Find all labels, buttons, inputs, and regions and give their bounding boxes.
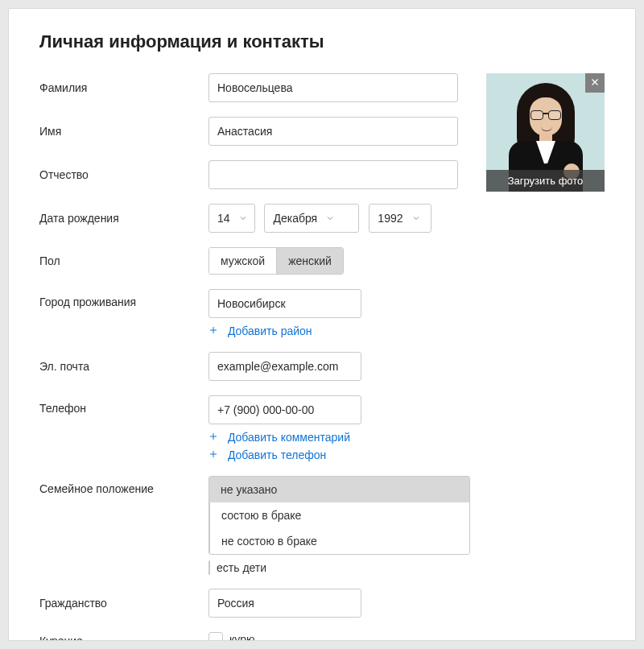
profile-photo[interactable]: Загрузить фото	[486, 73, 605, 192]
birth-day-value: 14	[217, 212, 230, 225]
plus-icon	[208, 432, 220, 441]
has-children-label: есть дети	[217, 561, 266, 574]
marital-option-married[interactable]: состою в браке	[209, 502, 469, 528]
email-label: Эл. почта	[39, 360, 208, 373]
checkbox-box	[208, 632, 223, 641]
gender-option-female[interactable]: женский	[276, 248, 343, 274]
chevron-down-icon	[411, 213, 421, 223]
birth-month-value: Декабря	[273, 212, 317, 225]
personal-info-panel: Личная информация и контакты Фамилия Имя	[8, 8, 636, 641]
citizenship-input[interactable]	[208, 589, 361, 618]
birth-day-select[interactable]: 14	[208, 204, 255, 233]
gender-segmented: мужской женский	[208, 247, 344, 275]
phone-label: Телефон	[39, 395, 208, 415]
add-phone-text: Добавить телефон	[228, 449, 326, 461]
smoking-checkbox[interactable]: курю	[208, 632, 254, 641]
patronymic-input[interactable]	[208, 160, 458, 189]
checkbox-box	[208, 560, 210, 575]
add-comment-text: Добавить комментарий	[228, 431, 350, 444]
email-input[interactable]	[208, 352, 361, 381]
smoking-checkbox-label: курю	[229, 633, 254, 641]
photo-remove-button[interactable]	[585, 73, 605, 93]
panel-title: Личная информация и контакты	[39, 31, 605, 52]
marital-label: Семейное положение	[39, 476, 208, 495]
birth-month-select[interactable]: Декабря	[264, 204, 359, 233]
birthdate-label: Дата рождения	[39, 212, 208, 225]
add-district-text: Добавить район	[228, 324, 312, 337]
add-district-link[interactable]: Добавить район	[208, 324, 470, 337]
firstname-input[interactable]	[208, 117, 458, 146]
birth-year-select[interactable]: 1992	[369, 204, 431, 233]
firstname-label: Имя	[39, 125, 208, 138]
gender-option-male[interactable]: мужской	[209, 248, 276, 274]
gender-label: Пол	[39, 254, 208, 267]
city-label: Город проживания	[39, 289, 208, 308]
patronymic-label: Отчество	[39, 168, 208, 181]
city-input[interactable]	[208, 289, 361, 318]
chevron-down-icon	[325, 213, 335, 223]
form-column: Фамилия Имя Отчество	[39, 73, 470, 641]
add-phone-link[interactable]: Добавить телефон	[208, 449, 470, 461]
marital-option-none[interactable]: не указано	[209, 477, 469, 502]
birth-year-value: 1992	[378, 212, 402, 225]
plus-icon	[208, 449, 220, 459]
phone-input[interactable]	[208, 395, 361, 424]
lastname-label: Фамилия	[39, 81, 208, 94]
add-comment-link[interactable]: Добавить комментарий	[208, 431, 470, 444]
upload-photo-button[interactable]: Загрузить фото	[486, 170, 605, 192]
chevron-down-icon	[238, 213, 248, 223]
citizenship-label: Гражданство	[39, 597, 208, 610]
marital-option-not-married[interactable]: не состою в браке	[209, 528, 469, 554]
lastname-input[interactable]	[208, 73, 458, 102]
plus-icon	[208, 325, 220, 335]
has-children-checkbox[interactable]: есть дети	[208, 561, 470, 574]
close-icon	[590, 76, 600, 89]
marital-segmented: не указано состою в браке не состою в бр…	[208, 476, 470, 555]
smoking-label: Курение	[39, 635, 208, 642]
